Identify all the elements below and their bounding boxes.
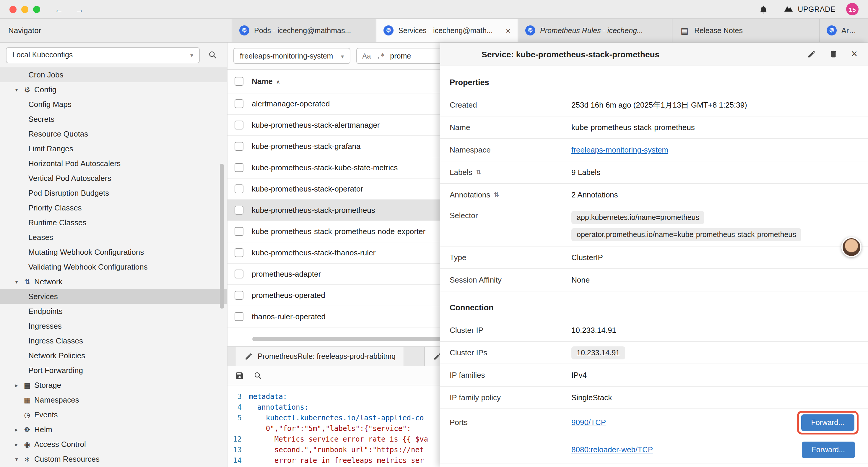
line-number: 12 bbox=[227, 434, 249, 444]
close-button[interactable]: × bbox=[851, 48, 857, 60]
access-control-icon: ◉ bbox=[21, 440, 33, 448]
sidebar-tree-item[interactable]: Priority Classes bbox=[0, 200, 227, 215]
property-row-labels: Labels ⇅ 9 Labels bbox=[440, 162, 868, 184]
port-link[interactable]: 9090/TCP bbox=[571, 418, 606, 427]
kubeconfig-select[interactable]: Local Kubeconfigs bbox=[6, 47, 200, 63]
sidebar-tree-item[interactable]: Limit Ranges bbox=[0, 141, 227, 156]
row-checkbox[interactable] bbox=[235, 121, 243, 129]
workspace-tab[interactable]: Services - icecheng@math... × bbox=[376, 19, 518, 42]
sidebar-tree-item[interactable]: ▾ ∗ Custom Resources bbox=[0, 451, 227, 466]
search-icon[interactable] bbox=[208, 50, 217, 60]
chevron-icon[interactable]: ▾ bbox=[12, 456, 21, 462]
row-checkbox[interactable] bbox=[235, 184, 243, 193]
row-checkbox[interactable] bbox=[235, 206, 243, 214]
row-checkbox[interactable] bbox=[235, 99, 243, 108]
sidebar-tree-item[interactable]: Ingress Classes bbox=[0, 333, 227, 348]
tree-item-label: Leases bbox=[28, 233, 53, 242]
save-icon[interactable] bbox=[235, 371, 244, 380]
sidebar-tree-item[interactable]: ▸ ▤ Storage bbox=[0, 378, 227, 392]
sidebar-tree-item[interactable]: Cron Jobs bbox=[0, 67, 227, 82]
main-area: Local Kubeconfigs Cron Jobs ▾ bbox=[0, 42, 868, 467]
notifications-bell-icon[interactable] bbox=[759, 4, 768, 14]
drawer-header: Service: kube-prometheus-stack-prometheu… bbox=[440, 42, 868, 66]
row-checkbox[interactable] bbox=[235, 142, 243, 151]
sidebar-tree-item[interactable]: Pod Disruption Budgets bbox=[0, 185, 227, 200]
name-column-header[interactable]: Name ∧ bbox=[252, 77, 280, 86]
sidebar-tree-item[interactable]: ▾ ⚙ Config bbox=[0, 82, 227, 97]
row-checkbox[interactable] bbox=[235, 248, 243, 257]
labels-count[interactable]: 9 Labels bbox=[571, 168, 859, 177]
sidebar-tree-item[interactable]: ▸ ◉ Access Control bbox=[0, 437, 227, 451]
workspace-tab[interactable]: Pods - icecheng@mathmas... bbox=[232, 19, 376, 42]
sidebar-tree-item[interactable]: ◷ Events bbox=[0, 407, 227, 422]
sidebar-tree-item[interactable]: Mutating Webhook Configurations bbox=[0, 245, 227, 260]
navigator-sidebar: Local Kubeconfigs Cron Jobs ▾ bbox=[0, 42, 227, 467]
match-case-icon[interactable]: Aa bbox=[362, 52, 371, 60]
namespace-filter-select[interactable]: freeleaps-monitoring-system bbox=[234, 48, 350, 64]
dock-tab-active[interactable]: PrometheusRule: freeleaps-prod-rabbitmq bbox=[236, 347, 404, 366]
row-checkbox[interactable] bbox=[235, 269, 243, 279]
sidebar-tree-item[interactable]: Horizontal Pod Autoscalers bbox=[0, 156, 227, 171]
sidebar-tree-item[interactable]: Port Forwarding bbox=[0, 363, 227, 378]
sidebar-tree-item[interactable]: Validating Webhook Configurations bbox=[0, 260, 227, 274]
workspace-tabs: Pods - icecheng@mathmas... Services - ic… bbox=[232, 19, 868, 42]
tree-item-label: Custom Resources bbox=[34, 455, 99, 463]
sidebar-tree-item[interactable]: Resource Quotas bbox=[0, 126, 227, 141]
chevron-icon[interactable]: ▾ bbox=[12, 279, 21, 285]
maximize-window-button[interactable] bbox=[33, 6, 40, 13]
sidebar-tree-item[interactable]: Ingresses bbox=[0, 319, 227, 333]
chevron-icon[interactable]: ▸ bbox=[12, 441, 21, 447]
upgrade-button[interactable]: UPGRADE bbox=[783, 4, 836, 14]
close-window-button[interactable] bbox=[9, 6, 17, 13]
regex-icon[interactable]: .* bbox=[376, 52, 385, 60]
delete-button[interactable] bbox=[829, 50, 838, 59]
workspace-tab[interactable]: Argo Se bbox=[819, 19, 868, 42]
forward-icon[interactable]: → bbox=[75, 4, 84, 14]
cluster-ip-badge: 10.233.14.91 bbox=[571, 346, 625, 359]
sidebar-tree-item[interactable]: Secrets bbox=[0, 112, 227, 126]
service-name: thanos-ruler-operated bbox=[252, 312, 326, 321]
user-avatar[interactable] bbox=[841, 237, 862, 257]
kubernetes-icon bbox=[525, 25, 535, 35]
namespace-filter-value: freeleaps-monitoring-system bbox=[240, 52, 333, 60]
chevron-icon[interactable]: ▸ bbox=[12, 382, 21, 388]
select-all-checkbox[interactable] bbox=[235, 77, 243, 86]
tree-item-label: Horizontal Pod Autoscalers bbox=[28, 159, 121, 168]
property-row-port-9090: Ports 9090/TCP Forward... bbox=[440, 409, 868, 436]
sidebar-tree-item[interactable]: Endpoints bbox=[0, 304, 227, 319]
sidebar-tree-item[interactable]: ▸ ☸ Helm bbox=[0, 422, 227, 437]
notification-count-badge[interactable]: 15 bbox=[846, 3, 859, 16]
sidebar-tree-item[interactable]: ▾ ⇅ Network bbox=[0, 274, 227, 289]
tab-close-icon[interactable]: × bbox=[506, 26, 510, 35]
row-checkbox[interactable] bbox=[235, 163, 243, 172]
minimize-window-button[interactable] bbox=[21, 6, 28, 13]
chevron-icon[interactable]: ▸ bbox=[12, 427, 21, 432]
service-name: kube-prometheus-stack-grafana bbox=[252, 142, 361, 151]
annotations-count[interactable]: 2 Annotations bbox=[571, 191, 859, 199]
tree-item-label: Secrets bbox=[28, 115, 54, 123]
sidebar-tree-item[interactable]: Vertical Pod Autoscalers bbox=[0, 171, 227, 185]
namespace-link[interactable]: freeleaps-monitoring-system bbox=[571, 145, 668, 154]
sidebar-tree-item[interactable]: Network Policies bbox=[0, 348, 227, 363]
port-link[interactable]: 8080:reloader-web/TCP bbox=[571, 445, 653, 454]
sidebar-scrollbar[interactable] bbox=[220, 164, 224, 309]
upgrade-label: UPGRADE bbox=[798, 5, 836, 13]
back-icon[interactable]: ← bbox=[54, 4, 63, 14]
forward-button[interactable]: Forward... bbox=[801, 414, 855, 431]
sidebar-tree-item[interactable]: Config Maps bbox=[0, 97, 227, 112]
edit-button[interactable] bbox=[807, 50, 816, 59]
sidebar-tree-item[interactable]: Services bbox=[0, 289, 227, 304]
sidebar-tree-item[interactable]: Runtime Classes bbox=[0, 215, 227, 230]
row-checkbox[interactable] bbox=[235, 312, 243, 321]
row-checkbox[interactable] bbox=[235, 227, 243, 236]
row-checkbox[interactable] bbox=[235, 291, 243, 300]
sidebar-tree-item[interactable]: Leases bbox=[0, 230, 227, 245]
workspace-tab[interactable]: Prometheus Rules - icecheng... bbox=[518, 19, 673, 42]
sort-updown-icon[interactable]: ⇅ bbox=[494, 191, 499, 199]
search-icon[interactable] bbox=[253, 371, 262, 380]
sidebar-tree-item[interactable]: ▦ Namespaces bbox=[0, 392, 227, 407]
workspace-tab[interactable]: Release Notes bbox=[673, 19, 819, 42]
forward-button[interactable]: Forward... bbox=[802, 441, 855, 458]
sort-updown-icon[interactable]: ⇅ bbox=[476, 169, 481, 176]
chevron-icon[interactable]: ▾ bbox=[12, 87, 21, 92]
